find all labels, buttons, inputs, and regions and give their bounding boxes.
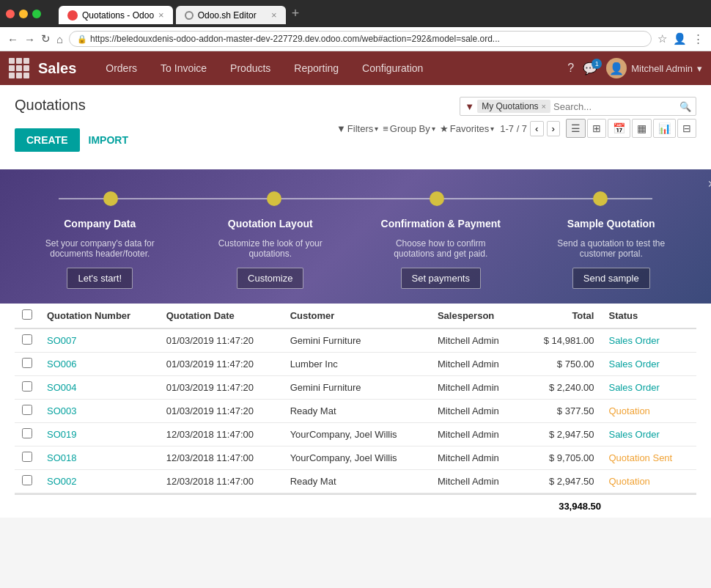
col-total[interactable]: Total — [523, 304, 602, 328]
row-num-4[interactable]: SO019 — [40, 423, 159, 446]
nav-orders[interactable]: Orders — [94, 51, 149, 85]
search-icon[interactable]: 🔍 — [679, 101, 691, 112]
row-num-2[interactable]: SO004 — [40, 376, 159, 400]
search-box[interactable]: ▼ My Quotations × 🔍 — [460, 97, 696, 116]
col-customer[interactable]: Customer — [283, 304, 430, 328]
next-page-button[interactable]: › — [547, 121, 560, 136]
quotation-link-4[interactable]: SO019 — [47, 429, 76, 440]
row-status-6: Quotation — [601, 470, 696, 493]
browser-tab-bar: Quotations - Odoo × Odoo.sh Editor × + — [53, 3, 705, 24]
step-btn-quotation-layout[interactable]: Customize — [237, 268, 303, 289]
nav-to-invoice[interactable]: To Invoice — [149, 51, 218, 85]
odoo-header: Sales Orders To Invoice Products Reporti… — [0, 51, 711, 85]
nav-reporting[interactable]: Reporting — [282, 51, 350, 85]
row-select-0[interactable] — [22, 334, 32, 345]
row-select-5[interactable] — [22, 452, 32, 462]
quotation-link-5[interactable]: SO018 — [47, 452, 76, 463]
help-icon[interactable]: ? — [567, 62, 574, 75]
quotation-link-6[interactable]: SO002 — [47, 476, 76, 487]
col-quotation-number[interactable]: Quotation Number — [40, 304, 159, 328]
menu-icon[interactable]: ⋮ — [693, 32, 704, 45]
pagination-text: 1-7 / 7 — [500, 123, 527, 134]
group-by-button[interactable]: ≡ Group By ▾ — [383, 123, 435, 134]
row-select-6[interactable] — [22, 475, 32, 485]
step-btn-company-data[interactable]: Let's start! — [67, 268, 133, 289]
tab-close-sh[interactable]: × — [271, 10, 277, 21]
filters-button[interactable]: ▼ Filters ▾ — [336, 123, 378, 134]
window-close-btn[interactable] — [6, 10, 15, 18]
kanban-view-button[interactable]: ⊞ — [587, 119, 606, 138]
row-salesperson-2: Mitchell Admin — [430, 376, 523, 400]
reload-button[interactable]: ↻ — [41, 32, 51, 45]
pivot-view-button[interactable]: ▦ — [632, 119, 652, 138]
row-select-2[interactable] — [22, 381, 32, 392]
row-num-1[interactable]: SO006 — [40, 353, 159, 376]
browser-tab-quotations[interactable]: Quotations - Odoo × — [59, 6, 173, 24]
col-status[interactable]: Status — [601, 304, 696, 328]
page-title: Quotations — [15, 97, 131, 114]
home-button[interactable]: ⌂ — [56, 33, 63, 45]
row-num-0[interactable]: SO007 — [40, 328, 159, 353]
table-header-row: Quotation Number Quotation Date Customer… — [15, 304, 696, 328]
nav-configuration[interactable]: Configuration — [350, 51, 435, 85]
table-body: SO007 01/03/2019 11:47:20 Gemini Furnitu… — [15, 328, 696, 493]
quotation-link-2[interactable]: SO004 — [47, 382, 76, 393]
window-minimize-btn[interactable] — [19, 10, 28, 18]
bookmark-icon[interactable]: ☆ — [657, 32, 667, 45]
row-select-3[interactable] — [22, 405, 32, 415]
window-maximize-btn[interactable] — [32, 10, 41, 18]
new-tab-button[interactable]: + — [289, 3, 303, 24]
calendar-view-button[interactable]: 📅 — [608, 119, 630, 138]
nav-products[interactable]: Products — [218, 51, 282, 85]
row-num-6[interactable]: SO002 — [40, 470, 159, 493]
step-btn-confirmation-payment[interactable]: Set payments — [401, 268, 482, 289]
row-status-2: Sales Order — [601, 376, 696, 400]
tab-close-quotations[interactable]: × — [158, 10, 164, 21]
table-row: SO004 01/03/2019 11:47:20 Gemini Furnitu… — [15, 376, 696, 400]
create-button[interactable]: CREATE — [15, 128, 80, 152]
step-title-sample-quotation: Sample Quotation — [567, 218, 655, 229]
step-desc-company-data: Set your company's data for documents he… — [41, 238, 158, 259]
select-all-checkbox[interactable] — [22, 309, 32, 320]
graph-view-button[interactable]: 📊 — [653, 119, 676, 138]
col-salesperson[interactable]: Salesperson — [430, 304, 523, 328]
url-bar[interactable]: 🔒 https://beledouxdenis-odoo-addon-maste… — [69, 31, 652, 47]
row-select-1[interactable] — [22, 358, 32, 368]
banner-close-button[interactable]: × — [707, 177, 711, 192]
quotation-link-0[interactable]: SO007 — [47, 335, 76, 346]
row-num-3[interactable]: SO003 — [40, 400, 159, 423]
search-input[interactable] — [553, 101, 677, 112]
user-profile-icon[interactable]: 👤 — [673, 32, 687, 45]
row-num-5[interactable]: SO018 — [40, 446, 159, 470]
import-button[interactable]: IMPORT — [86, 128, 131, 152]
row-select-4[interactable] — [22, 428, 32, 438]
apps-grid-icon[interactable] — [9, 58, 29, 78]
tab-label-quotations: Quotations - Odoo — [82, 10, 154, 21]
quotation-link-3[interactable]: SO003 — [47, 405, 76, 416]
prev-page-button[interactable]: ‹ — [530, 121, 543, 136]
col-quotation-date[interactable]: Quotation Date — [159, 304, 283, 328]
quotation-link-1[interactable]: SO006 — [47, 359, 76, 370]
activity-view-button[interactable]: ⊟ — [677, 119, 696, 138]
user-menu[interactable]: 👤 Mitchell Admin ▾ — [606, 58, 702, 78]
step-title-company-data: Company Data — [64, 218, 136, 229]
favorites-button[interactable]: ★ Favorites ▾ — [440, 123, 494, 134]
tab-favicon-odoo — [67, 10, 78, 21]
step-group-confirmation-payment: Confirmation & Payment Choose how to con… — [356, 218, 526, 289]
step-desc-sample-quotation: Send a quotation to test the customer po… — [553, 238, 670, 259]
forward-button[interactable]: → — [24, 33, 35, 45]
step-btn-sample-quotation[interactable]: Send sample — [572, 268, 650, 289]
browser-tab-sh[interactable]: Odoo.sh Editor × — [176, 6, 286, 24]
row-salesperson-4: Mitchell Admin — [430, 423, 523, 446]
row-salesperson-1: Mitchell Admin — [430, 353, 523, 376]
row-salesperson-6: Mitchell Admin — [430, 470, 523, 493]
row-salesperson-3: Mitchell Admin — [430, 400, 523, 423]
odoo-brand[interactable]: Sales — [38, 60, 76, 77]
table-row: SO018 12/03/2018 11:47:00 YourCompany, J… — [15, 446, 696, 470]
pagination: 1-7 / 7 ‹ › — [500, 121, 560, 136]
list-view-button[interactable]: ☰ — [566, 119, 586, 138]
filter-remove-btn[interactable]: × — [542, 102, 546, 111]
row-checkbox-3 — [15, 400, 40, 423]
back-button[interactable]: ← — [7, 33, 18, 45]
messages-icon[interactable]: 💬 1 — [583, 62, 597, 76]
